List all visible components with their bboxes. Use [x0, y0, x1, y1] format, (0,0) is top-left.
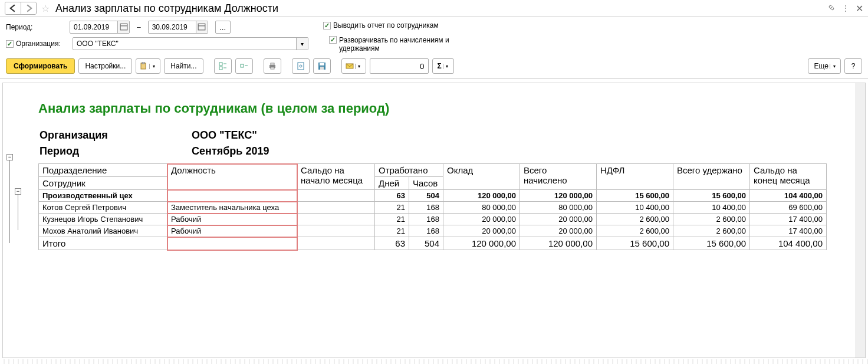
organization-input[interactable]	[73, 40, 296, 48]
total-row: Итого 63504 120 000,00120 000,00 15 600,…	[39, 237, 827, 250]
svg-rect-15	[298, 63, 304, 70]
header-dept: Подразделение	[39, 164, 167, 177]
help-button[interactable]: ?	[844, 58, 862, 74]
chevron-down-icon[interactable]: ▾	[443, 64, 451, 69]
outline-collapse-level2[interactable]: −	[15, 188, 21, 195]
svg-rect-10	[241, 64, 244, 67]
header-worked: Отработано	[375, 164, 443, 177]
close-button[interactable]: ✕	[856, 3, 863, 14]
table-row: Мохов Анатолий ИвановичРабочий 21168 20 …	[39, 225, 827, 237]
more-vertical-icon[interactable]: ⋮	[841, 4, 850, 13]
header-ndfl: НДФЛ	[597, 164, 673, 190]
sum-button[interactable]: Σ ▾	[432, 58, 454, 74]
nav-back-button[interactable]	[5, 2, 21, 14]
svg-rect-0	[120, 24, 127, 30]
svg-rect-14	[271, 67, 274, 69]
table-row: Котов Сергей ПетровичЗаместитель начальн…	[39, 202, 827, 214]
report-table: Подразделение Должность Сальдо на начало…	[38, 163, 827, 250]
window-title: Анализ зарплаты по сотрудникам Должности	[55, 2, 278, 15]
meta-period-label: Период	[40, 144, 190, 159]
date-from-input[interactable]	[70, 23, 117, 31]
organization-checkbox[interactable]	[6, 40, 14, 48]
organization-label: Организация:	[16, 40, 68, 48]
svg-rect-18	[320, 63, 324, 65]
print-button[interactable]	[264, 58, 281, 74]
header-saldo-end: Сальдо на конец месяца	[750, 164, 827, 190]
chevron-down-icon[interactable]: ▾	[149, 64, 157, 69]
find-button[interactable]: Найти...	[164, 58, 203, 74]
link-icon[interactable]	[827, 4, 836, 14]
paste-button[interactable]: ▾	[136, 58, 160, 74]
expand-label: Разворачивать по начислениям и удержания…	[339, 36, 457, 53]
period-more-button[interactable]: ...	[215, 21, 231, 34]
by-employees-label: Выводить отчет по сотрудникам	[333, 21, 439, 29]
nav-forward-button[interactable]	[21, 2, 36, 14]
svg-rect-5	[142, 62, 144, 64]
meta-period-value: Сентябрь 2019	[192, 144, 269, 159]
meta-org-label: Организация	[40, 128, 190, 143]
favorite-star-icon[interactable]: ☆	[41, 3, 50, 14]
outline-collapse-level1[interactable]: −	[6, 154, 13, 160]
organization-dropdown-icon[interactable]: ▾	[296, 38, 308, 50]
report-title: Анализ зарплаты по сотрудникам (в целом …	[38, 101, 859, 116]
svg-rect-13	[271, 63, 274, 65]
chevron-down-icon[interactable]: ▾	[830, 64, 838, 69]
date-to-input[interactable]	[149, 23, 196, 31]
header-saldo-begin: Сальдо на начало месяца	[297, 164, 375, 190]
number-input[interactable]	[370, 58, 429, 74]
period-label: Период:	[6, 23, 65, 31]
expand-checkbox[interactable]	[329, 36, 337, 44]
date-to-calendar-icon[interactable]	[196, 21, 208, 33]
email-button[interactable]: ▾	[341, 58, 366, 74]
date-separator: –	[137, 23, 141, 31]
more-button[interactable]: Еще ▾	[808, 58, 841, 74]
collapse-groups-button[interactable]	[235, 58, 253, 74]
svg-rect-6	[219, 63, 222, 65]
header-position: Должность	[167, 164, 297, 190]
svg-rect-19	[320, 67, 324, 70]
svg-rect-2	[198, 24, 205, 30]
save-button[interactable]	[313, 58, 331, 74]
header-days: Дней	[375, 177, 409, 190]
header-withheld: Всего удержано	[673, 164, 750, 190]
chevron-down-icon[interactable]: ▾	[355, 64, 363, 69]
by-employees-checkbox[interactable]	[323, 22, 331, 29]
settings-button[interactable]: Настройки...	[78, 58, 132, 74]
header-employee: Сотрудник	[39, 177, 167, 190]
expand-groups-button[interactable]	[214, 58, 232, 74]
header-salary: Оклад	[443, 164, 520, 190]
header-accrued: Всего начислено	[520, 164, 597, 190]
torn-page-edge	[0, 359, 868, 364]
date-from-calendar-icon[interactable]	[117, 21, 129, 33]
group-row: Производственный цех 63 504 120 000,00 1…	[39, 190, 827, 202]
header-hours: Часов	[409, 177, 443, 190]
meta-org-value: ООО "ТЕКС"	[192, 128, 269, 143]
table-row: Кузнецов Игорь СтепановичРабочий 21168 2…	[39, 214, 827, 225]
svg-rect-7	[219, 67, 222, 70]
generate-button[interactable]: Сформировать	[6, 58, 75, 74]
preview-button[interactable]	[292, 58, 310, 74]
